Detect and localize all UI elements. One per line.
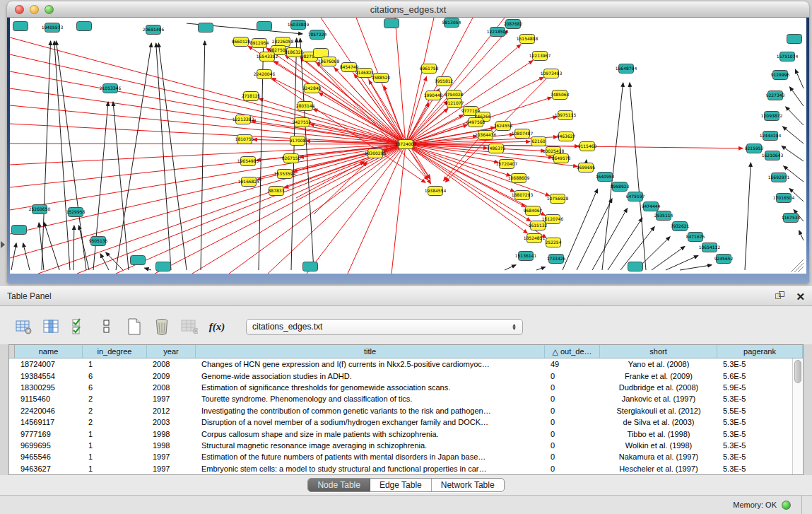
table-row[interactable]: 946362711997Embryonic stem cells: a mode… xyxy=(9,463,792,474)
network-node[interactable]: 15751074 xyxy=(777,52,799,62)
column-header-in-degree[interactable]: in_degree xyxy=(83,345,147,358)
table-row[interactable]: 946554611997Estimation of the future num… xyxy=(9,451,792,462)
network-node[interactable]: 16543352 xyxy=(257,52,278,62)
network-node[interactable]: 1810755 xyxy=(235,135,254,144)
column-header-year[interactable]: year xyxy=(147,345,196,358)
network-window-titlebar[interactable]: citations_edges.txt xyxy=(7,1,809,18)
network-node[interactable]: 18300295 xyxy=(365,149,387,158)
network-node[interactable]: 20364436 xyxy=(475,131,497,140)
network-node[interactable] xyxy=(131,256,146,265)
network-node[interactable]: 8267150 xyxy=(282,154,301,163)
column-header-short[interactable]: short xyxy=(600,345,717,358)
node-table[interactable]: name in_degree year title △ out_de… shor… xyxy=(8,344,804,475)
network-node[interactable]: 18807293 xyxy=(512,191,534,200)
network-node[interactable]: 8471676 xyxy=(686,233,705,242)
network-node[interactable]: 12218506 xyxy=(487,28,509,37)
network-node[interactable]: 7955812 xyxy=(435,77,454,86)
network-node[interactable]: 21053346 xyxy=(100,84,122,93)
network-node[interactable]: 12093872 xyxy=(761,112,783,121)
network-node[interactable] xyxy=(314,49,329,58)
network-node[interactable]: 252254 xyxy=(546,238,562,247)
network-node[interactable] xyxy=(77,22,92,31)
row-selection-checklist-icon[interactable] xyxy=(71,318,88,335)
memory-status-indicator[interactable] xyxy=(782,501,791,510)
network-node[interactable]: 9121077 xyxy=(445,99,464,108)
network-node[interactable]: 9427552 xyxy=(293,118,312,127)
network-node[interactable]: 1990448 xyxy=(424,91,443,100)
network-node[interactable]: 887833 xyxy=(269,187,285,196)
tab-network-table[interactable]: Network Table xyxy=(432,479,504,491)
network-node[interactable]: 8912954 xyxy=(250,39,269,48)
network-node[interactable] xyxy=(257,22,272,31)
network-node[interactable]: 7857224 xyxy=(308,30,327,40)
table-row[interactable]: 911546021997Tourette syndrome. Phenomeno… xyxy=(9,393,792,404)
network-node[interactable]: 12213383 xyxy=(233,115,254,124)
network-node[interactable] xyxy=(156,262,171,271)
table-row[interactable]: 1872400712008Changes of HCN gene express… xyxy=(9,358,792,370)
network-node[interactable]: 9684067 xyxy=(524,206,543,216)
network-node[interactable]: 9227343 xyxy=(766,91,785,100)
network-node[interactable]: 8215953 xyxy=(745,144,764,153)
column-visibility-icon[interactable] xyxy=(43,318,60,335)
network-node[interactable]: 2718126 xyxy=(242,92,261,101)
network-node[interactable]: 16648794 xyxy=(616,64,637,74)
column-header-name[interactable]: name xyxy=(15,345,83,358)
new-table-icon[interactable] xyxy=(126,318,143,335)
network-node[interactable] xyxy=(12,226,27,235)
network-node[interactable]: 15136141 xyxy=(515,252,537,261)
network-node[interactable]: 16154808 xyxy=(517,35,539,44)
network-node[interactable]: 62160 xyxy=(531,137,546,146)
network-node[interactable]: 2087682 xyxy=(504,20,523,29)
table-vertical-scrollbar[interactable] xyxy=(792,358,803,474)
table-row[interactable]: 977716911998Corpus callosum shape and si… xyxy=(9,428,792,439)
network-node[interactable]: 1733426 xyxy=(547,255,566,264)
network-node[interactable]: 12213967 xyxy=(529,52,551,61)
table-row[interactable]: 1456911722003Disruption of a novel membe… xyxy=(9,416,792,428)
network-node[interactable]: 15692971 xyxy=(768,173,790,182)
network-node[interactable] xyxy=(13,22,28,31)
network-node[interactable]: 8958923 xyxy=(611,182,630,192)
table-body[interactable]: 1872400712008Changes of HCN gene express… xyxy=(9,358,792,474)
network-node[interactable]: 9242848 xyxy=(302,84,322,93)
network-node[interactable]: 17016504 xyxy=(773,194,795,203)
network-node[interactable]: 19405573 xyxy=(42,23,64,33)
network-node[interactable]: 7485063 xyxy=(551,90,570,100)
network-node[interactable]: 20691406 xyxy=(143,25,165,35)
network-node[interactable]: 12444194 xyxy=(760,132,782,141)
network-node[interactable]: 6479197 xyxy=(626,192,645,201)
network-node[interactable]: 10807487 xyxy=(512,129,534,139)
network-node[interactable]: 2935114 xyxy=(654,211,673,221)
network-node[interactable]: 917008 xyxy=(290,136,306,146)
network-node[interactable]: 9699695 xyxy=(577,163,596,173)
network-node[interactable]: 9474444 xyxy=(642,202,661,211)
network-node[interactable]: 13975115 xyxy=(555,111,577,120)
close-panel-icon[interactable]: ✕ xyxy=(796,291,805,302)
table-row[interactable]: 1830029562008Estimation of significance … xyxy=(9,382,792,393)
network-node[interactable]: 10973493 xyxy=(541,69,563,78)
network-node[interactable] xyxy=(628,262,643,271)
row-height-icon[interactable] xyxy=(98,318,115,335)
network-node[interactable]: 8660128 xyxy=(232,37,251,47)
network-node[interactable]: 16210643 xyxy=(762,151,784,160)
network-node[interactable]: 10688609 xyxy=(508,174,530,183)
tab-node-table[interactable]: Node Table xyxy=(308,479,370,491)
tab-edge-table[interactable]: Edge Table xyxy=(370,479,432,491)
network-node[interactable]: 9245652 xyxy=(714,255,734,264)
network-node[interactable]: 9129996 xyxy=(771,71,790,80)
network-node[interactable]: 10654112 xyxy=(699,243,721,252)
scrollbar-thumb[interactable] xyxy=(794,360,801,383)
table-row[interactable]: 969969511998Structural magnetic resonanc… xyxy=(9,440,792,451)
network-node[interactable]: 1624554 xyxy=(494,122,513,131)
table-selector-dropdown[interactable]: citations_edges.txt ▲▼ xyxy=(246,319,523,335)
network-node[interactable]: 15720407 xyxy=(496,160,518,169)
column-header-pagerank[interactable]: pagerank xyxy=(717,345,803,358)
network-node[interactable]: 1615132 xyxy=(529,221,548,230)
network-node[interactable]: 1640954 xyxy=(596,173,615,182)
network-node[interactable]: 15353594 xyxy=(274,170,296,179)
network-node[interactable]: 10756928 xyxy=(547,194,569,204)
hub-network-node[interactable]: 18724007 xyxy=(395,140,417,149)
function-builder-icon[interactable]: f(x) xyxy=(208,318,225,335)
column-header-title[interactable]: title xyxy=(196,345,545,358)
network-node[interactable]: 1529958 xyxy=(66,208,86,217)
network-node[interactable]: 19384554 xyxy=(425,187,447,196)
